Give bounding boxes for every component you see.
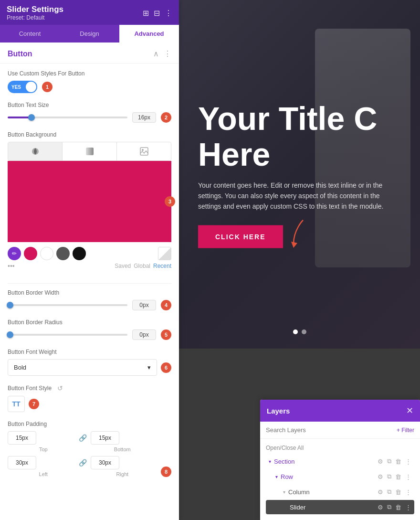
padding-inputs: 🔗 (8, 431, 158, 445)
color-preview[interactable] (8, 161, 171, 242)
padding-left-group (8, 456, 75, 469)
row-triangle: ▾ (275, 474, 278, 479)
dot-2[interactable] (302, 329, 306, 334)
color-gradient-tab[interactable] (63, 142, 117, 160)
toggle-row: YES 1 (8, 81, 171, 93)
column-delete-icon[interactable]: 🗑 (395, 488, 401, 496)
text-size-slider[interactable] (8, 117, 127, 118)
border-width-slider[interactable] (8, 304, 127, 306)
border-width-value[interactable]: 0px (132, 300, 156, 310)
slider-delete-icon[interactable]: 🗑 (395, 504, 401, 511)
right-label: Right (87, 471, 158, 477)
padding-link-icon[interactable]: 🔗 (79, 434, 87, 442)
tab-advanced[interactable]: Advanced (119, 25, 179, 42)
saved-label[interactable]: Saved (115, 263, 131, 269)
color-type-tabs (8, 142, 171, 161)
section-name: Section (274, 458, 378, 465)
tab-content[interactable]: Content (0, 25, 60, 42)
swatch-pink[interactable] (24, 247, 37, 260)
slider-copy-icon[interactable]: ⧉ (387, 503, 391, 511)
layers-title: Layers (267, 407, 290, 415)
padding-left-input[interactable] (8, 456, 36, 469)
padding-lr-inputs: 🔗 (8, 456, 158, 469)
more-icon[interactable]: ⋮ (165, 9, 172, 18)
panel-header: Slider Settings Preset: Default ⊞ ⊟ ⋮ (0, 0, 179, 25)
border-radius-slider[interactable] (8, 334, 127, 336)
collapse-icon[interactable]: ∧ (153, 49, 159, 58)
panel-header-icons: ⊞ ⊟ ⋮ (143, 9, 172, 18)
layer-column[interactable]: ▾ Column ⚙ ⧉ 🗑 ⋮ (266, 485, 414, 499)
section-delete-icon[interactable]: 🗑 (395, 458, 401, 465)
border-radius-thumb (7, 331, 13, 338)
badge-4: 4 (161, 300, 171, 310)
tab-design[interactable]: Design (60, 25, 119, 42)
swatch-transparent[interactable] (158, 247, 171, 260)
row-gear-icon[interactable]: ⚙ (378, 473, 383, 480)
padding-right-input[interactable] (91, 456, 119, 469)
dot-1[interactable] (293, 329, 298, 334)
swatch-white[interactable] (40, 247, 53, 260)
toggle-yes-label: YES (8, 85, 26, 90)
custom-styles-toggle[interactable]: YES (8, 81, 37, 93)
swatch-gray[interactable] (56, 247, 70, 260)
font-style-group: Button Font Style ↺ TT 7 (8, 384, 171, 412)
top-label: Top (8, 446, 79, 452)
main-canvas: Your Title CHere Your content goes here.… (179, 0, 420, 520)
row-name: Row (281, 473, 378, 480)
row-more-dots[interactable]: ⋮ (405, 473, 411, 480)
column-copy-icon[interactable]: ⧉ (387, 488, 391, 496)
font-weight-dropdown[interactable]: Bold ▾ (8, 359, 157, 376)
padding-top-group (8, 431, 75, 445)
padding-lr-link-icon[interactable]: 🔗 (79, 459, 87, 467)
text-size-slider-row: 16px 2 (8, 112, 171, 123)
border-radius-group: Button Border Radius 0px 5 (8, 319, 171, 340)
padding-bottom-input[interactable] (91, 431, 119, 445)
slider-background: Your Title CHere Your content goes here.… (179, 0, 420, 349)
border-width-thumb (7, 302, 13, 308)
font-weight-group: Button Font Weight Bold ▾ 6 (8, 349, 171, 376)
section-gear-icon[interactable]: ⚙ (378, 458, 383, 465)
layer-slider[interactable]: Slider ⚙ ⧉ 🗑 ⋮ (266, 500, 414, 514)
column-gear-icon[interactable]: ⚙ (378, 488, 383, 496)
layer-section[interactable]: ▾ Section ⚙ ⧉ 🗑 ⋮ (266, 454, 414, 468)
grid-icon[interactable]: ⊟ (154, 9, 160, 18)
expand-icon[interactable]: ⊞ (143, 9, 149, 18)
filter-btn[interactable]: + Filter (397, 427, 414, 434)
color-solid-tab[interactable] (8, 142, 63, 160)
tab-bar: Content Design Advanced (0, 25, 179, 42)
font-style-label: Button Font Style (8, 385, 52, 392)
layers-close-btn[interactable]: ✕ (406, 405, 413, 416)
swatch-black[interactable] (73, 247, 86, 260)
text-size-value[interactable]: 16px (132, 112, 156, 123)
text-size-label: Button Text Size (8, 102, 171, 108)
swatch-edit[interactable]: ✏ (8, 247, 21, 260)
layer-row[interactable]: ▾ Row ⚙ ⧉ 🗑 ⋮ (266, 469, 414, 484)
global-label[interactable]: Global (134, 263, 150, 269)
settings-panel: Slider Settings Preset: Default ⊞ ⊟ ⋮ Co… (0, 0, 179, 520)
row-copy-icon[interactable]: ⧉ (387, 473, 391, 480)
font-style-reset[interactable]: ↺ (57, 384, 63, 392)
panel-preset: Preset: Default (7, 14, 63, 21)
slider-gear-icon[interactable]: ⚙ (378, 504, 383, 511)
click-here-button[interactable]: CLICK HERE (198, 225, 283, 248)
section-more-icon[interactable]: ⋮ (164, 49, 171, 58)
text-size-thumb (28, 114, 35, 121)
font-style-row: TT (8, 396, 25, 412)
column-more-dots[interactable]: ⋮ (405, 488, 411, 496)
recent-label[interactable]: Recent (153, 263, 171, 269)
padding-top-input[interactable] (8, 431, 36, 445)
slider-more-dots[interactable]: ⋮ (405, 504, 411, 511)
left-label: Left (8, 471, 79, 477)
section-copy-icon[interactable]: ⧉ (387, 457, 391, 465)
section-more-dots[interactable]: ⋮ (405, 458, 411, 465)
border-radius-value[interactable]: 0px (132, 329, 156, 340)
layers-search-input[interactable] (266, 426, 393, 434)
badge-7: 7 (29, 399, 39, 409)
padding-lr-labels: Left Right (8, 471, 158, 477)
row-delete-icon[interactable]: 🗑 (395, 473, 401, 480)
text-transform-tt-btn[interactable]: TT (8, 396, 25, 412)
panel-content: Use Custom Styles For Button YES 1 Butto… (0, 64, 179, 520)
open-close-all[interactable]: Open/Close All (266, 443, 414, 454)
row-icons: ⚙ ⧉ 🗑 ⋮ (378, 473, 411, 480)
color-image-tab[interactable] (117, 142, 171, 160)
